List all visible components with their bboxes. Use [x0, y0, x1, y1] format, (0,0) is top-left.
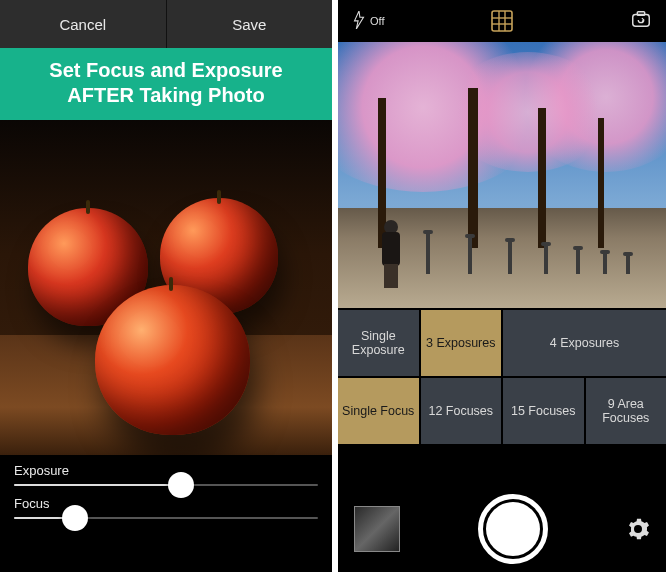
photo-preview	[0, 120, 332, 455]
info-banner: Set Focus and Exposure AFTER Taking Phot…	[0, 48, 332, 120]
banner-line-2: AFTER Taking Photo	[8, 83, 324, 108]
grid-icon	[491, 10, 513, 32]
focus-label: Focus	[14, 496, 318, 511]
editor-topbar: Cancel Save	[0, 0, 332, 48]
shutter-button[interactable]	[478, 494, 548, 564]
exposure-thumb[interactable]	[168, 472, 194, 498]
focus-option-12[interactable]: 12 Focuses	[421, 378, 502, 444]
exposure-option-4[interactable]: 4 Exposures	[503, 310, 666, 376]
cancel-button[interactable]: Cancel	[0, 0, 167, 48]
svg-rect-0	[492, 11, 512, 31]
flash-label: Off	[370, 15, 384, 27]
camera-bottombar	[338, 486, 666, 572]
camera-screen: Off	[338, 0, 666, 572]
capture-options-grid: Single Exposure 3 Exposures 4 Exposures …	[338, 308, 666, 444]
apple-image	[95, 285, 250, 435]
focus-slider-group: Focus	[14, 496, 318, 519]
switch-camera-button[interactable]	[630, 8, 652, 34]
switch-camera-icon	[630, 8, 652, 30]
editor-screen: Cancel Save Set Focus and Exposure AFTER…	[0, 0, 332, 572]
exposure-slider[interactable]	[14, 484, 318, 486]
flash-toggle[interactable]: Off	[352, 11, 384, 31]
focus-slider[interactable]	[14, 517, 318, 519]
exposure-option-single[interactable]: Single Exposure	[338, 310, 419, 376]
exposure-label: Exposure	[14, 463, 318, 478]
svg-rect-5	[633, 14, 650, 26]
focus-option-9area[interactable]: 9 Area Focuses	[586, 378, 667, 444]
exposure-option-3[interactable]: 3 Exposures	[421, 310, 502, 376]
focus-thumb[interactable]	[62, 505, 88, 531]
grid-toggle[interactable]	[491, 10, 513, 32]
sliders-panel: Exposure Focus	[0, 455, 332, 535]
last-photo-thumbnail[interactable]	[354, 506, 400, 552]
save-button[interactable]: Save	[167, 0, 333, 48]
gear-icon	[626, 517, 650, 541]
camera-viewfinder[interactable]	[338, 42, 666, 308]
exposure-slider-group: Exposure	[14, 463, 318, 486]
focus-option-single[interactable]: Single Focus	[338, 378, 419, 444]
focus-option-15[interactable]: 15 Focuses	[503, 378, 584, 444]
camera-topbar: Off	[338, 0, 666, 42]
settings-button[interactable]	[626, 517, 650, 541]
banner-line-1: Set Focus and Exposure	[8, 58, 324, 83]
person-in-viewfinder	[378, 220, 404, 288]
flash-icon	[352, 11, 366, 31]
svg-rect-6	[637, 12, 644, 16]
